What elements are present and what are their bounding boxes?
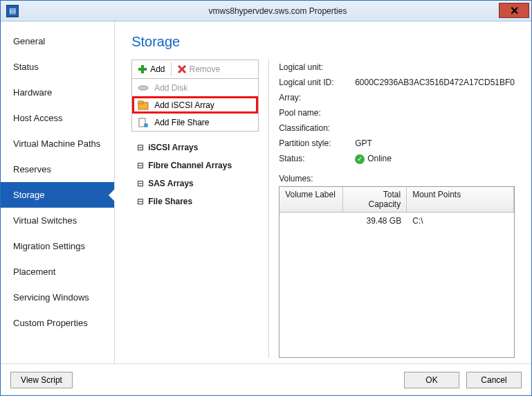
volumes-rows: 39.48 GBC:\ <box>279 213 514 229</box>
window-title: vmws8hypervdev.sws.com Properties <box>24 6 531 16</box>
close-button[interactable]: ✕ <box>499 3 529 18</box>
page-title: Storage <box>131 34 515 50</box>
volumes-header: Volume Label Total Capacity Mount Points <box>279 187 514 213</box>
pool-label: Pool name: <box>279 108 355 118</box>
check-icon: ✓ <box>355 154 365 164</box>
footer: View Script OK Cancel <box>1 363 531 395</box>
sidebar-item-placement[interactable]: Placement <box>1 259 114 285</box>
storage-tree: ⊟iSCSI Arrays⊟Fibre Channel Arrays⊟SAS A… <box>131 132 259 217</box>
volumes-table: Volume Label Total Capacity Mount Points… <box>279 186 515 358</box>
tree-node-label: File Shares <box>148 197 192 206</box>
sidebar: GeneralStatusHardwareHost AccessVirtual … <box>1 21 115 363</box>
sidebar-item-general[interactable]: General <box>1 28 114 54</box>
tree-node-fibre-channel-arrays[interactable]: ⊟Fibre Channel Arrays <box>136 156 255 174</box>
add-button[interactable]: Add <box>132 60 170 78</box>
tree-node-label: iSCSI Arrays <box>148 143 198 152</box>
tree-node-label: Fibre Channel Arrays <box>148 161 232 170</box>
menu-item-label: Add Disk <box>154 83 187 93</box>
cell-volume-label <box>279 213 343 229</box>
array-label: Array: <box>279 93 355 102</box>
table-row[interactable]: 39.48 GBC:\ <box>279 213 514 229</box>
logical-unit-label: Logical unit: <box>279 62 355 72</box>
fileshare-icon <box>138 117 149 128</box>
menu-add-disk: Add Disk <box>132 79 258 96</box>
window-body: GeneralStatusHardwareHost AccessVirtual … <box>1 21 531 363</box>
cell-mount-points: C:\ <box>407 213 514 229</box>
col-volume-label[interactable]: Volume Label <box>279 187 343 212</box>
add-label: Add <box>150 64 165 74</box>
volumes-label: Volumes: <box>279 174 515 183</box>
collapse-icon[interactable]: ⊟ <box>137 143 144 152</box>
tree-node-iscsi-arrays[interactable]: ⊟iSCSI Arrays <box>136 138 255 156</box>
partition-label: Partition style: <box>279 138 355 148</box>
main-panel: Storage Add <box>115 21 531 363</box>
array-value <box>355 93 515 102</box>
sidebar-item-storage[interactable]: Storage <box>1 182 114 208</box>
sidebar-item-migration-settings[interactable]: Migration Settings <box>1 233 114 259</box>
sidebar-item-reserves[interactable]: Reserves <box>1 156 114 182</box>
menu-item-label: Add iSCSI Array <box>154 100 214 110</box>
remove-button: Remove <box>172 60 226 78</box>
sidebar-item-hardware[interactable]: Hardware <box>1 80 114 105</box>
collapse-icon[interactable]: ⊟ <box>137 179 144 188</box>
partition-value: GPT <box>355 138 515 148</box>
logical-unit-id-label: Logical unit ID: <box>279 78 355 87</box>
x-icon <box>177 64 187 74</box>
menu-item-label: Add File Share <box>154 118 209 127</box>
tree-node-sas-arrays[interactable]: ⊟SAS Arrays <box>136 174 255 192</box>
folder-icon <box>138 100 149 111</box>
logical-unit-value <box>355 62 515 72</box>
system-menu-icon[interactable]: ▤ <box>6 5 19 17</box>
col-mount-points[interactable]: Mount Points <box>407 187 514 212</box>
content-split: Add Remove Add DiskAdd iSCSI ArrayAdd Fi… <box>131 60 515 358</box>
menu-add-iscsi-array[interactable]: Add iSCSI Array <box>132 96 258 114</box>
sidebar-item-servicing-windows[interactable]: Servicing Windows <box>1 285 114 310</box>
cancel-button[interactable]: Cancel <box>466 372 522 388</box>
sidebar-item-virtual-switches[interactable]: Virtual Switches <box>1 208 114 233</box>
status-label: Status: <box>279 154 355 164</box>
titlebar: ▤ vmws8hypervdev.sws.com Properties ✕ <box>1 1 531 21</box>
svg-point-8 <box>144 123 148 127</box>
disk-icon <box>138 82 149 93</box>
left-column: Add Remove Add DiskAdd iSCSI ArrayAdd Fi… <box>131 60 259 358</box>
svg-rect-1 <box>138 68 147 71</box>
sidebar-item-status[interactable]: Status <box>1 54 114 80</box>
pool-value <box>355 108 515 118</box>
menu-add-file-share[interactable]: Add File Share <box>132 114 258 131</box>
cell-total-capacity: 39.48 GB <box>343 213 407 229</box>
status-value: ✓Online <box>355 154 515 164</box>
logical-unit-id-value: 6000C2936AB3AC3516D472A17CD51BF0 <box>355 78 515 87</box>
collapse-icon[interactable]: ⊟ <box>137 161 144 170</box>
sidebar-item-host-access[interactable]: Host Access <box>1 105 114 131</box>
col-total-capacity[interactable]: Total Capacity <box>343 187 407 212</box>
remove-label: Remove <box>190 64 221 74</box>
ok-button[interactable]: OK <box>404 372 459 388</box>
view-script-button[interactable]: View Script <box>10 372 73 388</box>
classification-value <box>355 123 515 133</box>
details-panel: Logical unit: Logical unit ID:6000C2936A… <box>268 60 515 358</box>
add-menu: Add DiskAdd iSCSI ArrayAdd File Share <box>131 79 259 132</box>
sidebar-item-custom-properties[interactable]: Custom Properties <box>1 310 114 336</box>
svg-point-4 <box>138 86 148 90</box>
tree-node-label: SAS Arrays <box>148 179 194 188</box>
tree-node-file-shares[interactable]: ⊟File Shares <box>136 192 255 210</box>
toolbar: Add Remove <box>131 60 259 79</box>
classification-label: Classification: <box>279 123 355 133</box>
plus-icon <box>138 64 147 74</box>
svg-rect-6 <box>138 101 143 104</box>
properties-window: ▤ vmws8hypervdev.sws.com Properties ✕ Ge… <box>0 0 532 396</box>
sidebar-item-virtual-machine-paths[interactable]: Virtual Machine Paths <box>1 131 114 156</box>
collapse-icon[interactable]: ⊟ <box>137 197 144 206</box>
